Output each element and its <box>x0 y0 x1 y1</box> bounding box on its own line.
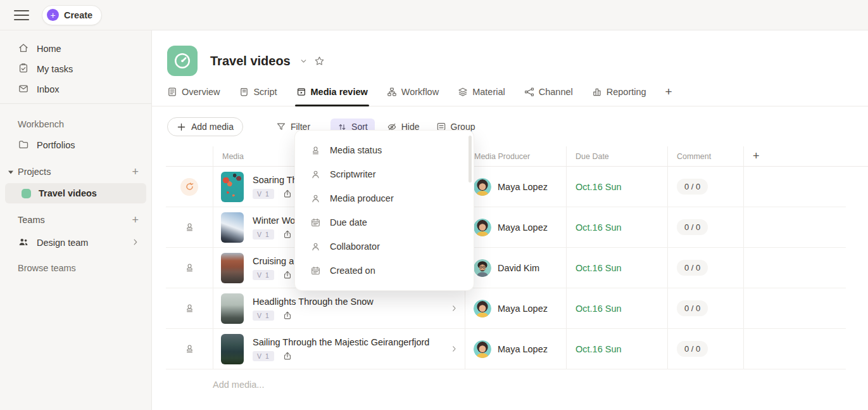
sidebar-item-travel-videos[interactable]: Travel videos <box>5 183 146 203</box>
browse-teams-link[interactable]: Browse teams <box>0 263 151 273</box>
menu-item-due-date[interactable]: Due date <box>295 210 474 234</box>
menu-item-label: Due date <box>330 217 367 227</box>
producer-cell[interactable]: Maya Lopez <box>465 288 566 328</box>
chevron-right-icon[interactable] <box>131 238 140 248</box>
table-row[interactable]: Headlights Through the Snow V 1 Maya Lop… <box>166 288 846 329</box>
add-column-icon[interactable]: + <box>743 146 846 166</box>
version-badge[interactable]: V 1 <box>253 189 274 199</box>
status-cell[interactable] <box>166 207 213 247</box>
tab-label: Channel <box>539 87 573 97</box>
producer-cell[interactable]: David Kim <box>465 248 566 288</box>
comment-cell[interactable]: 0 / 0 <box>667 288 743 328</box>
due-date-cell[interactable]: Oct.16 Sun <box>566 248 667 288</box>
tab-reporting[interactable]: Reporting <box>592 85 646 106</box>
stamp-icon <box>184 303 195 314</box>
producer-cell[interactable]: Maya Lopez <box>465 329 566 369</box>
projects-section-header[interactable]: Projects + <box>0 162 151 182</box>
media-thumbnail[interactable] <box>221 334 244 364</box>
tab-media-review[interactable]: Media review <box>296 85 368 106</box>
add-team-icon[interactable]: + <box>132 214 139 227</box>
extra-cell[interactable] <box>743 248 846 288</box>
sidebar-item-my-tasks[interactable]: My tasks <box>0 59 151 79</box>
menu-item-collaborator[interactable]: Collaborator <box>295 234 474 259</box>
sidebar-item-home[interactable]: Home <box>0 39 151 59</box>
extra-cell[interactable] <box>743 288 846 328</box>
version-badge[interactable]: V 1 <box>253 270 274 280</box>
media-thumbnail[interactable] <box>221 293 244 324</box>
status-cell[interactable] <box>166 288 213 328</box>
upload-icon[interactable] <box>282 351 292 361</box>
tab-overview[interactable]: Overview <box>167 85 220 106</box>
sidebar-item-label: My tasks <box>37 64 73 74</box>
sidebar-item-inbox[interactable]: Inbox <box>0 79 151 99</box>
due-column-header: Due Date <box>566 146 667 166</box>
dropdown-scrollbar[interactable] <box>469 136 472 183</box>
version-badge[interactable]: V 1 <box>253 229 274 240</box>
extra-cell[interactable] <box>743 329 846 369</box>
chevron-right-icon[interactable] <box>450 345 458 353</box>
toolbar: Add media Filter Sort Hide Group <box>167 117 868 136</box>
due-date-cell[interactable]: Oct.16 Sun <box>566 329 667 369</box>
comment-cell[interactable]: 0 / 0 <box>667 207 743 247</box>
sidebar-item-design-team[interactable]: Design team <box>0 233 151 253</box>
table-row[interactable]: Cruising a V 1 David Kim Oct.16 Sun 0 / … <box>166 248 846 288</box>
sort-dropdown-menu: Media status Scriptwriter Media producer… <box>295 131 474 290</box>
gauge-icon <box>167 46 198 76</box>
due-date-cell[interactable]: Oct.16 Sun <box>566 288 667 328</box>
sidebar-item-portfolios[interactable]: Portfolios <box>0 135 151 155</box>
media-cell[interactable]: Sailing Through the Majestic Geirangerfj… <box>213 329 465 369</box>
menu-item-media-status[interactable]: Media status <box>295 138 474 162</box>
create-button[interactable]: + Create <box>42 5 102 25</box>
media-thumbnail[interactable] <box>221 212 244 243</box>
comment-cell[interactable]: 0 / 0 <box>667 329 743 369</box>
media-thumbnail[interactable] <box>221 172 244 202</box>
media-cell[interactable]: Headlights Through the Snow V 1 <box>213 288 465 328</box>
sidebar: Home My tasks Inbox Workbench Portfolios… <box>0 30 152 410</box>
upload-icon[interactable] <box>282 189 292 199</box>
media-title: Winter Wo <box>253 215 295 226</box>
chevron-right-icon[interactable] <box>450 304 458 312</box>
due-date-cell[interactable]: Oct.16 Sun <box>566 207 667 247</box>
extra-cell[interactable] <box>743 167 846 207</box>
due-date-cell[interactable]: Oct.16 Sun <box>566 167 667 207</box>
comment-cell[interactable]: 0 / 0 <box>667 248 743 288</box>
add-tab-icon[interactable]: + <box>665 85 672 106</box>
star-icon[interactable] <box>314 56 325 67</box>
add-project-icon[interactable]: + <box>132 165 139 179</box>
tab-workflow[interactable]: Workflow <box>387 85 439 106</box>
status-cell[interactable] <box>166 329 213 369</box>
upload-icon[interactable] <box>282 270 292 280</box>
producer-name: Maya Lopez <box>498 222 548 233</box>
menu-item-label: Scriptwriter <box>330 169 376 179</box>
upload-icon[interactable] <box>282 311 292 321</box>
hamburger-menu-icon[interactable] <box>14 8 29 23</box>
add-media-row[interactable]: Add media... <box>213 380 868 390</box>
producer-cell[interactable]: Maya Lopez <box>465 167 566 207</box>
version-badge[interactable]: V 1 <box>253 311 274 321</box>
menu-item-scriptwriter[interactable]: Scriptwriter <box>295 162 474 186</box>
menu-item-created-on[interactable]: Created on <box>295 259 474 283</box>
upload-icon[interactable] <box>282 229 292 240</box>
teams-section-header[interactable]: Teams + <box>0 210 151 230</box>
chevron-down-icon[interactable] <box>299 57 308 65</box>
tab-script[interactable]: Script <box>239 85 277 106</box>
add-media-button[interactable]: Add media <box>167 117 243 136</box>
stamp-icon <box>184 262 195 273</box>
status-cell[interactable] <box>166 248 213 288</box>
extra-cell[interactable] <box>743 207 846 247</box>
version-badge[interactable]: V 1 <box>253 351 274 361</box>
sidebar-divider <box>0 103 151 104</box>
sidebar-item-label: Inbox <box>37 84 59 94</box>
producer-cell[interactable]: Maya Lopez <box>465 207 566 247</box>
menu-item-media-producer[interactable]: Media producer <box>295 186 474 210</box>
table-row[interactable]: Winter Wo V 1 Maya Lopez Oct.16 Sun 0 / … <box>166 207 846 248</box>
status-cell[interactable] <box>166 167 213 207</box>
media-title: Sailing Through the Majestic Geirangerfj… <box>253 337 429 347</box>
tab-channel[interactable]: Channel <box>524 85 573 106</box>
person-icon <box>310 241 321 252</box>
comment-cell[interactable]: 0 / 0 <box>667 167 743 207</box>
table-row[interactable]: Soaring Th V 1 Maya Lopez Oct.16 Sun 0 /… <box>166 167 846 207</box>
tab-material[interactable]: Material <box>458 85 505 106</box>
table-row[interactable]: Sailing Through the Majestic Geirangerfj… <box>166 329 846 369</box>
media-thumbnail[interactable] <box>221 253 244 283</box>
